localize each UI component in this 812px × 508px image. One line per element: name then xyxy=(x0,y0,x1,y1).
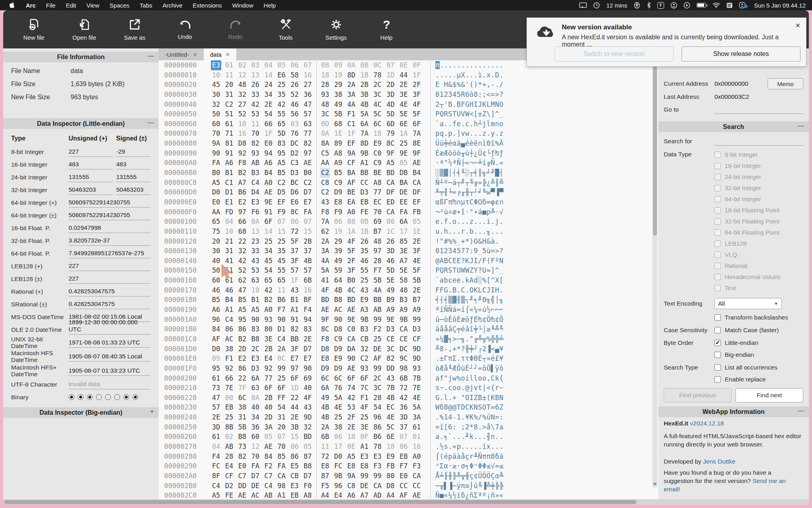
hex-byte[interactable]: D9 xyxy=(333,344,343,354)
hex-byte[interactable]: 18 xyxy=(372,129,383,139)
hex-byte[interactable]: C7 xyxy=(263,471,274,481)
hex-byte[interactable]: AA xyxy=(320,158,330,168)
hex-byte[interactable]: 99 xyxy=(372,364,383,373)
hex-byte[interactable]: A5 xyxy=(385,158,396,168)
hex-byte[interactable]: 4E xyxy=(398,100,409,110)
hex-byte[interactable]: B7 xyxy=(412,295,422,305)
hex-byte[interactable]: 6F xyxy=(359,373,370,383)
hex-byte[interactable]: 31 xyxy=(276,412,287,422)
hex-byte[interactable]: 2F xyxy=(346,412,356,422)
hex-byte[interactable]: 27 xyxy=(237,100,247,110)
hex-byte[interactable]: 0A xyxy=(346,60,356,70)
hex-byte[interactable]: 9B xyxy=(398,315,409,325)
text-representation[interactable]: ╨8-,+*?╫╪┘┌2▐<▄¥ xyxy=(430,344,504,354)
text-representation[interactable]: a.╕`...╜k...╢n.. xyxy=(430,432,504,442)
hex-byte[interactable]: D3 xyxy=(289,168,300,178)
hex-byte[interactable]: C5 xyxy=(320,148,330,158)
hex-byte[interactable]: 61 xyxy=(412,422,422,432)
hex-byte[interactable]: F4 xyxy=(303,305,313,315)
hex-byte[interactable]: B0 xyxy=(303,168,313,178)
hex-byte[interactable]: 5E xyxy=(398,109,409,119)
hex-byte[interactable]: 8B xyxy=(224,422,234,432)
hex-byte[interactable]: 28 xyxy=(224,452,234,462)
hex-byte[interactable]: 71 xyxy=(224,129,234,139)
hex-byte[interactable]: 4A xyxy=(320,256,330,266)
hex-byte[interactable]: 1F xyxy=(346,129,356,139)
menu-arc[interactable]: Arc xyxy=(26,2,36,9)
hex-byte[interactable]: EB xyxy=(224,402,234,412)
hex-byte[interactable]: 99 xyxy=(372,471,383,481)
hex-byte[interactable]: D8 xyxy=(333,324,343,334)
hex-byte[interactable]: B4 xyxy=(412,168,422,178)
hex-byte[interactable]: E8 xyxy=(320,354,330,364)
hex-byte[interactable]: 49 xyxy=(385,285,396,295)
menu-edit[interactable]: Edit xyxy=(66,2,76,9)
hex-byte[interactable]: 93 xyxy=(320,90,330,100)
hex-byte[interactable]: B8 xyxy=(250,334,260,344)
hex-byte[interactable]: 20 xyxy=(276,422,287,432)
hex-byte[interactable]: 5E xyxy=(385,275,396,285)
hex-byte[interactable]: 65 xyxy=(211,217,221,227)
hex-byte[interactable]: E3 xyxy=(289,481,300,491)
hex-byte[interactable]: BE xyxy=(346,187,356,197)
hex-byte[interactable]: 32 xyxy=(211,100,221,110)
inspector-value-input[interactable]: 506097522914230755 xyxy=(69,210,151,220)
hex-byte[interactable]: 1D xyxy=(289,383,300,393)
text-representation[interactable]: »¼▓╕>─╗.°╔╩╦%╬╬╧ xyxy=(430,334,504,344)
hex-byte[interactable]: 8A xyxy=(320,139,330,148)
hex-byte[interactable]: BB xyxy=(372,295,383,305)
hex-byte[interactable]: 32 xyxy=(237,90,247,100)
hex-byte[interactable]: 3D xyxy=(398,412,409,422)
hex-byte[interactable]: 02 xyxy=(224,432,234,442)
hex-byte[interactable]: 6C xyxy=(372,119,383,129)
hex-byte[interactable]: F4 xyxy=(211,452,221,462)
hex-byte[interactable]: AB xyxy=(224,442,234,452)
hex-byte[interactable]: 54 xyxy=(263,266,274,275)
hex-byte[interactable]: DE xyxy=(359,481,370,491)
hex-byte[interactable]: C2 xyxy=(320,168,330,178)
text-representation[interactable]: ªíÑÑá≈í⌠«¼«ú½⌐⌐⌐ xyxy=(430,305,504,315)
hex-byte[interactable]: F8 xyxy=(320,207,330,217)
hex-byte[interactable]: AA xyxy=(211,207,221,217)
hex-byte[interactable]: A1 xyxy=(359,158,370,168)
tab-untitled[interactable]: -Untitled-✕ xyxy=(159,48,204,60)
hex-byte[interactable]: F1 xyxy=(224,354,234,364)
hex-byte[interactable]: 95 xyxy=(211,364,221,373)
hex-byte[interactable]: 34 xyxy=(263,90,274,100)
hex-byte[interactable]: 31 xyxy=(224,90,234,100)
text-representation[interactable]: pq.p.]vw...z.y.z xyxy=(430,129,504,139)
hex-byte[interactable]: 90 xyxy=(333,315,343,325)
hex-byte[interactable]: 18 xyxy=(346,432,356,442)
hex-byte[interactable]: E9 xyxy=(333,354,343,364)
hex-byte[interactable]: 73 xyxy=(237,442,247,452)
hex-byte[interactable]: 90 xyxy=(211,148,221,158)
hex-byte[interactable]: 06 xyxy=(289,60,300,70)
hex-byte[interactable]: A7 xyxy=(237,178,247,188)
hex-byte[interactable]: E3 xyxy=(372,452,383,462)
hex-byte[interactable]: C2 xyxy=(276,178,287,188)
hex-byte[interactable]: 49 xyxy=(333,100,343,110)
hex-byte[interactable]: 42 xyxy=(250,100,260,110)
hex-byte[interactable]: 4E xyxy=(412,393,422,403)
hex-byte[interactable]: 31 xyxy=(224,246,234,256)
hex-byte[interactable]: A4 xyxy=(385,491,396,499)
text-representation[interactable]: E H&$%&'()*+,-./ xyxy=(430,80,504,90)
hex-byte[interactable]: AB xyxy=(263,491,274,499)
hex-byte[interactable]: 1E xyxy=(412,227,422,237)
binary-bit-radio[interactable] xyxy=(96,394,102,400)
hex-byte[interactable]: 40 xyxy=(303,383,313,393)
hex-byte[interactable]: 1C xyxy=(385,227,396,237)
hex-byte[interactable]: 87 xyxy=(303,452,313,462)
hex-byte[interactable]: D3 xyxy=(385,324,396,334)
hex-byte[interactable]: 43 xyxy=(289,285,300,295)
hex-byte[interactable]: A5 xyxy=(211,491,221,499)
text-representation[interactable]: `a..fe.c.h┴jlmno xyxy=(430,119,504,129)
hex-byte[interactable]: F3 xyxy=(372,461,383,471)
hex-byte[interactable]: 25 xyxy=(398,139,409,148)
hex-byte[interactable]: 61 xyxy=(224,275,234,285)
hex-byte[interactable]: 32 xyxy=(237,246,247,256)
hex-byte[interactable]: 43 xyxy=(303,402,313,412)
hex-byte[interactable]: AE xyxy=(263,187,274,197)
hex-byte[interactable]: 92 xyxy=(224,364,234,373)
hex-byte[interactable]: F6 xyxy=(250,207,260,217)
